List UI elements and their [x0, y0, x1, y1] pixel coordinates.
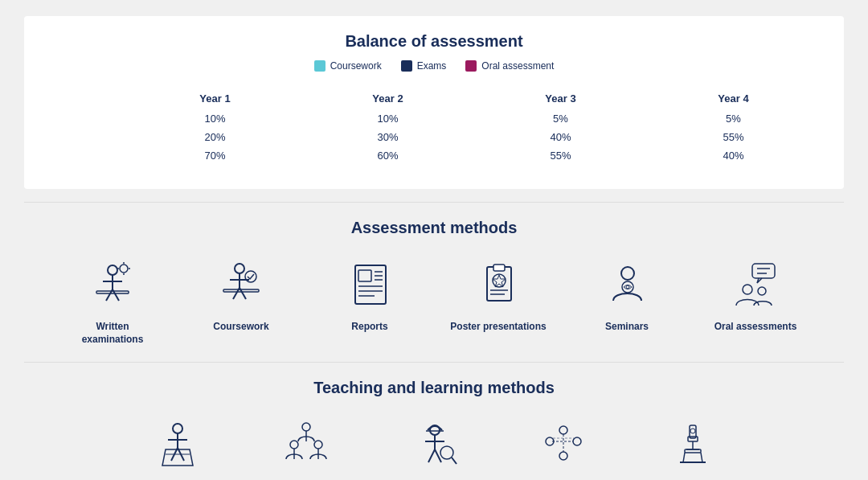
balance-section: Balance of assessment Coursework Exams O…	[24, 16, 844, 189]
svg-marker-45	[162, 449, 193, 466]
balance-table: Year 1 Year 2 Year 3 Year 4 10% 10% 5% 5…	[48, 88, 820, 165]
teaching-lab: Laboratory work	[647, 416, 735, 480]
lab-icon	[663, 416, 719, 473]
cell-y2-r2: 30%	[301, 128, 474, 146]
cell-y1-r2: 20%	[129, 128, 301, 146]
svg-point-6	[120, 265, 128, 273]
method-written-exams: Written examinations	[64, 256, 161, 346]
col-year1: Year 1	[129, 88, 301, 109]
svg-point-0	[108, 265, 117, 275]
svg-rect-5	[96, 291, 129, 293]
page-wrapper: Balance of assessment Coursework Exams O…	[0, 0, 868, 480]
poster-icon	[470, 256, 526, 313]
cell-y2-r3: 60%	[301, 146, 474, 165]
oral-icon	[727, 256, 784, 313]
coursework-label: Coursework	[213, 321, 268, 334]
methods-grid: Written examinations	[48, 256, 820, 346]
row-label-3	[48, 146, 129, 165]
cell-y4-r3: 40%	[647, 146, 820, 165]
table-row: 10% 10% 5% 5%	[48, 109, 820, 128]
svg-point-62	[573, 437, 581, 445]
written-exam-label: Written examinations	[64, 321, 161, 346]
teaching-tutorials: Tutorials	[261, 416, 350, 480]
svg-rect-19	[358, 270, 371, 281]
svg-point-11	[235, 264, 244, 273]
fieldwork-icon	[406, 416, 462, 473]
lectures-icon	[149, 416, 205, 473]
svg-rect-72	[685, 449, 701, 453]
svg-line-75	[701, 453, 702, 462]
row-label-2	[48, 128, 129, 146]
col-year2: Year 2	[301, 88, 474, 109]
svg-line-74	[683, 453, 685, 462]
method-reports: Reports	[321, 256, 418, 346]
teaching-group: Group exercises	[518, 416, 607, 480]
legend-exams: Exams	[401, 60, 447, 72]
cell-y1-r1: 10%	[129, 109, 301, 128]
cell-y3-r1: 5%	[474, 109, 647, 128]
svg-rect-18	[355, 265, 386, 304]
col-year3: Year 3	[474, 88, 647, 109]
teaching-grid: Lectures	[48, 416, 820, 480]
svg-rect-27	[493, 265, 505, 271]
svg-point-32	[621, 267, 634, 280]
balance-title: Balance of assessment	[48, 32, 820, 51]
legend-exams-label: Exams	[417, 60, 447, 72]
oral-label: Oral assessments	[714, 321, 797, 334]
method-oral: Oral assessments	[707, 256, 804, 346]
row-label-1	[48, 109, 129, 128]
svg-point-76	[690, 429, 695, 433]
legend-coursework-label: Coursework	[330, 60, 382, 72]
seminars-label: Seminars	[605, 321, 649, 334]
svg-line-57	[428, 449, 435, 462]
table-row: 70% 60% 55% 40%	[48, 146, 820, 165]
svg-point-34	[626, 285, 629, 289]
legend-oral-label: Oral assessment	[481, 60, 554, 72]
svg-point-17	[245, 271, 256, 282]
group-icon	[534, 416, 591, 473]
svg-point-64	[559, 452, 567, 460]
svg-point-49	[290, 441, 298, 449]
cell-y4-r1: 5%	[647, 109, 820, 128]
method-poster: Poster presentations	[450, 256, 547, 346]
written-exam-icon	[84, 256, 141, 313]
teaching-lectures: Lectures	[133, 416, 221, 480]
cell-y3-r3: 55%	[474, 146, 647, 165]
svg-point-38	[743, 285, 752, 294]
cell-y1-r3: 70%	[129, 146, 301, 165]
exams-color	[401, 60, 412, 72]
svg-point-40	[173, 424, 182, 433]
col-header-empty	[48, 88, 129, 109]
assessment-methods-title: Assessment methods	[48, 219, 820, 237]
teaching-fieldwork: Field work	[390, 416, 478, 480]
coursework-icon	[213, 256, 269, 313]
teaching-methods-title: Teaching and learning methods	[48, 379, 820, 397]
coursework-color	[314, 60, 326, 72]
col-year4: Year 4	[647, 88, 820, 109]
cell-y3-r2: 40%	[474, 128, 647, 146]
method-seminars: Seminars	[579, 256, 675, 346]
legend-oral: Oral assessment	[465, 60, 554, 72]
svg-point-39	[758, 287, 766, 295]
svg-point-47	[302, 423, 310, 431]
legend: Coursework Exams Oral assessment	[48, 60, 820, 72]
table-row: 20% 30% 40% 55%	[48, 128, 820, 146]
svg-rect-35	[752, 264, 775, 278]
svg-point-59	[440, 446, 453, 459]
legend-coursework: Coursework	[314, 60, 382, 72]
reports-icon	[342, 256, 398, 313]
tutorials-icon	[277, 416, 334, 473]
method-coursework: Coursework	[193, 256, 289, 346]
cell-y2-r1: 10%	[301, 109, 474, 128]
seminars-icon	[599, 256, 655, 313]
teaching-methods-section: Teaching and learning methods	[24, 363, 844, 480]
reports-label: Reports	[351, 321, 387, 334]
cell-y4-r2: 55%	[647, 128, 820, 146]
svg-point-61	[559, 426, 567, 434]
poster-label: Poster presentations	[450, 321, 546, 334]
assessment-methods-section: Assessment methods	[24, 203, 844, 362]
svg-line-60	[452, 457, 457, 464]
svg-point-51	[314, 441, 322, 449]
oral-color	[465, 60, 477, 72]
